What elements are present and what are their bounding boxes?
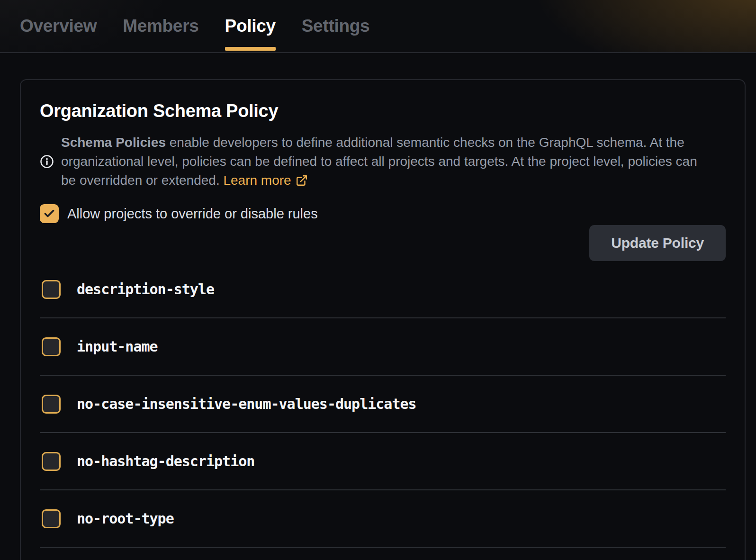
rule-row-no-hashtag-description: no-hashtag-description <box>40 433 726 490</box>
rule-name: no-case-insensitive-enum-values-duplicat… <box>77 396 416 412</box>
main-content: Organization Schema Policy Schema Polici… <box>0 53 756 560</box>
rules-list: description-style input-name no-case-ins… <box>40 261 726 548</box>
check-icon <box>43 208 55 220</box>
rule-checkbox[interactable] <box>42 509 61 528</box>
tab-settings[interactable]: Settings <box>302 0 370 52</box>
allow-override-row: Allow projects to override or disable ru… <box>40 204 726 223</box>
tab-bar: Overview Members Policy Settings <box>0 0 756 53</box>
learn-more-link[interactable]: Learn more <box>223 173 291 188</box>
rule-row-no-case-insensitive-enum-values-duplicates: no-case-insensitive-enum-values-duplicat… <box>40 376 726 433</box>
page-title: Organization Schema Policy <box>40 100 726 122</box>
rule-checkbox[interactable] <box>42 395 61 414</box>
tab-members[interactable]: Members <box>123 0 198 52</box>
schema-policy-card: Organization Schema Policy Schema Polici… <box>20 79 746 560</box>
rule-name: description-style <box>77 281 214 298</box>
info-icon <box>40 154 54 169</box>
tab-overview[interactable]: Overview <box>20 0 97 52</box>
allow-override-checkbox[interactable] <box>40 204 59 223</box>
external-link-icon[interactable] <box>296 174 308 187</box>
rule-name: input-name <box>77 338 158 355</box>
update-policy-button[interactable]: Update Policy <box>589 225 726 261</box>
rule-checkbox[interactable] <box>42 337 61 356</box>
info-paragraph: Schema Policies enable developers to def… <box>61 133 712 190</box>
rule-row-no-root-type: no-root-type <box>40 490 726 548</box>
button-row: Update Policy <box>40 225 726 261</box>
rule-row-input-name: input-name <box>40 318 726 376</box>
allow-override-label[interactable]: Allow projects to override or disable ru… <box>67 206 318 222</box>
rule-checkbox[interactable] <box>42 280 61 299</box>
rule-name: no-hashtag-description <box>77 453 254 470</box>
rule-row-description-style: description-style <box>40 261 726 318</box>
info-lead-text: Schema Policies <box>61 135 166 150</box>
rule-checkbox[interactable] <box>42 452 61 471</box>
rule-name: no-root-type <box>77 510 174 527</box>
info-callout: Schema Policies enable developers to def… <box>40 133 726 190</box>
tab-policy[interactable]: Policy <box>225 0 276 52</box>
